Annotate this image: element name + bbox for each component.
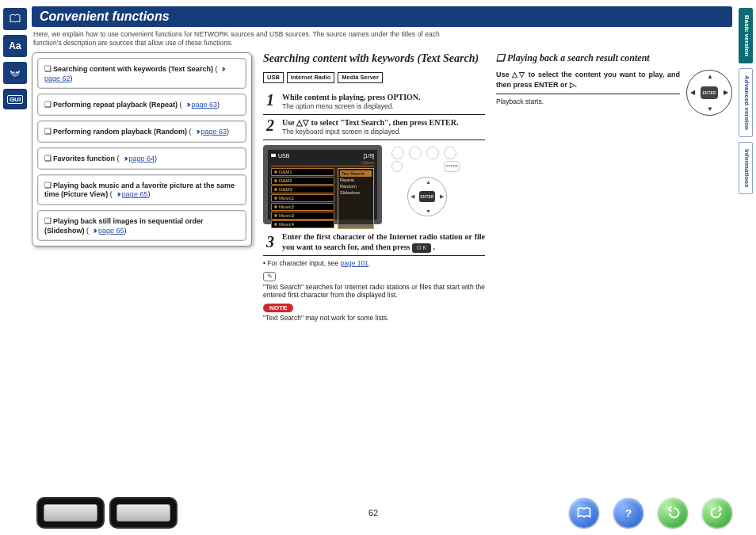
toc-label: Searching content with keywords (Text Se… bbox=[53, 65, 213, 73]
toc-item[interactable]: ❏Playing back music and a favorite pictu… bbox=[37, 174, 246, 205]
footer-back-button[interactable] bbox=[658, 498, 688, 528]
footer-book-button[interactable] bbox=[569, 498, 599, 528]
section-heading: Searching content with keywords (Text Se… bbox=[263, 52, 485, 66]
note-badge: NOTE bbox=[263, 304, 293, 312]
step-1: 1 While content is playing, press OPTION… bbox=[263, 90, 485, 115]
tv-menu-item: Repeat bbox=[340, 177, 372, 183]
page-link[interactable]: page 65 bbox=[122, 190, 148, 198]
rail-text-icon[interactable]: Aa bbox=[3, 35, 27, 57]
tv-menu-item: Text Search bbox=[340, 170, 372, 177]
footer-help-button[interactable]: ? bbox=[613, 498, 643, 528]
char-input-note: • For character input, see page 101. bbox=[263, 259, 485, 267]
intro-text: Here, we explain how to use convenient f… bbox=[33, 30, 440, 48]
tv-subheader: Option bbox=[271, 160, 374, 166]
step-text: Use bbox=[282, 118, 296, 127]
note-text: "Text Search" may not work for some list… bbox=[263, 314, 485, 322]
tab-advanced[interactable]: Advanced version bbox=[739, 68, 753, 137]
dpad-icon: ▲▼ ◀▶ ENTER bbox=[407, 177, 447, 216]
source-badges: USB Internet Radio Media Server bbox=[263, 72, 485, 83]
tv-row: Music2 bbox=[271, 203, 334, 211]
toc-label: Performing repeat playback (Repeat) bbox=[53, 101, 178, 109]
step-text: Enter the first character of the Interne… bbox=[282, 232, 485, 252]
page-number: 62 bbox=[368, 508, 378, 518]
enter-button-icon: ENTER bbox=[419, 191, 435, 202]
tv-menu: Text Search Repeat Random Slideshow bbox=[338, 168, 374, 229]
svg-text:?: ? bbox=[625, 507, 632, 519]
step-number: 1 bbox=[263, 92, 277, 108]
svg-point-1 bbox=[16, 72, 17, 74]
enter-button-icon: ENTER bbox=[701, 86, 718, 99]
tab-basic[interactable]: Basic version bbox=[739, 8, 753, 63]
toc-item[interactable]: ❏Playing back still images in sequential… bbox=[37, 210, 246, 241]
left-rail: Aa GUI bbox=[3, 8, 27, 109]
step-3: 3 Enter the first character of the Inter… bbox=[263, 229, 485, 256]
svg-point-0 bbox=[13, 72, 14, 74]
toc-item[interactable]: ❏Favorites function (page 64) bbox=[37, 147, 246, 170]
side-tabs: Basic version Advanced version Informati… bbox=[739, 8, 753, 194]
toc-item[interactable]: ❏Searching content with keywords (Text S… bbox=[37, 58, 246, 89]
rail-book-icon[interactable] bbox=[3, 8, 27, 30]
tv-row: D&M3 bbox=[271, 185, 334, 193]
page-link[interactable]: page 101 bbox=[340, 259, 368, 267]
playback-sub: Playback starts. bbox=[496, 97, 680, 105]
tv-screen: USB [1/9] Option D&M1 D&M2 D&M3 Music1 M… bbox=[263, 145, 382, 224]
tip-text: "Text Search" searches for Internet radi… bbox=[263, 283, 485, 299]
step-number: 3 bbox=[263, 234, 277, 250]
rail-mask-icon[interactable] bbox=[3, 62, 27, 84]
playback-instruction: Use to select the content you want to pl… bbox=[496, 70, 680, 94]
tv-row: D&M1 bbox=[271, 168, 334, 176]
page: Convenient functions Here, we explain ho… bbox=[32, 6, 732, 527]
tv-remote-mockup: USB [1/9] Option D&M1 D&M2 D&M3 Music1 M… bbox=[263, 145, 485, 224]
step-sub: The option menu screen is displayed. bbox=[282, 102, 394, 110]
badge: Media Server bbox=[338, 72, 383, 83]
tip-row: ✎ bbox=[263, 272, 485, 281]
dpad-icon: ▲ ▼ ◀ ▶ ENTER bbox=[686, 70, 732, 116]
tv-row: Music4 bbox=[271, 220, 334, 228]
page-title: Convenient functions bbox=[32, 6, 732, 27]
page-link[interactable]: page 63 bbox=[192, 101, 218, 109]
button-label: ENTER bbox=[430, 118, 456, 127]
page-link[interactable]: page 63 bbox=[201, 128, 227, 136]
step-sub: The keyboard input screen is displayed. bbox=[282, 128, 401, 136]
step-text: While content is playing, press bbox=[282, 93, 388, 101]
tv-row: Music3 bbox=[271, 212, 334, 220]
tab-informations[interactable]: Informations bbox=[739, 142, 753, 194]
step-text: to select "Text Search", then press bbox=[309, 118, 429, 127]
badge: Internet Radio bbox=[287, 72, 334, 83]
footer-forward-button[interactable] bbox=[702, 498, 732, 528]
tv-counter: [1/9] bbox=[363, 153, 374, 159]
button-label: OPTION bbox=[388, 93, 418, 101]
tv-menu-item: Slideshow bbox=[340, 189, 372, 196]
page-link[interactable]: page 62 bbox=[44, 75, 71, 82]
remote-illustration: OPTION ▲▼ ◀▶ ENTER bbox=[388, 145, 464, 224]
tv-menu-item: Random bbox=[340, 183, 372, 189]
tv-list: D&M1 D&M2 D&M3 Music1 Music2 Music3 Musi… bbox=[271, 168, 334, 229]
badge: USB bbox=[263, 72, 284, 83]
tv-header: USB bbox=[278, 153, 289, 159]
ok-button-icon: O K bbox=[412, 243, 431, 252]
toc-item[interactable]: ❏Performing random playback (Random) (pa… bbox=[37, 120, 246, 143]
toc-label: Performing random playback (Random) bbox=[53, 128, 187, 136]
hand-icon bbox=[192, 128, 201, 135]
hand-icon bbox=[120, 155, 129, 162]
section-heading: ❏ Playing back a search result content bbox=[496, 52, 732, 63]
hand-icon bbox=[113, 190, 122, 197]
step-number: 2 bbox=[263, 117, 277, 133]
page-link[interactable]: page 65 bbox=[98, 227, 124, 235]
hand-icon bbox=[89, 227, 98, 234]
hand-icon bbox=[217, 65, 227, 72]
toc-item[interactable]: ❏Performing repeat playback (Repeat) (pa… bbox=[37, 94, 246, 116]
pencil-icon: ✎ bbox=[263, 272, 276, 281]
tv-row: Music1 bbox=[271, 194, 334, 202]
device-rear-button[interactable] bbox=[109, 497, 178, 529]
rail-gui-icon[interactable]: GUI bbox=[3, 89, 27, 109]
toc-box: ❏Searching content with keywords (Text S… bbox=[32, 52, 252, 246]
toc-label: Favorites function bbox=[53, 155, 115, 162]
device-front-button[interactable] bbox=[36, 497, 105, 529]
page-link[interactable]: page 64 bbox=[129, 155, 155, 162]
step-2: 2 Use to select "Text Search", then pres… bbox=[263, 115, 485, 140]
tv-row: D&M2 bbox=[271, 177, 334, 185]
footer: 62 ? bbox=[0, 497, 756, 529]
hand-icon bbox=[182, 101, 192, 108]
